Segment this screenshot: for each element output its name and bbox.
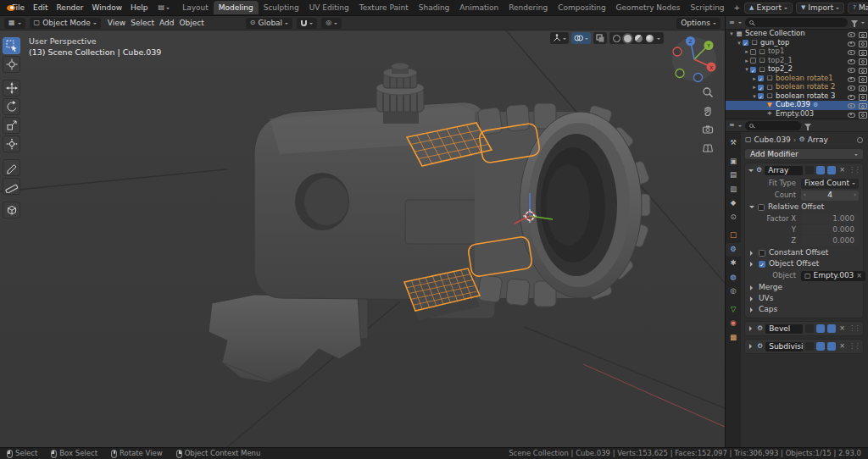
outliner-filter-icon[interactable] xyxy=(851,20,858,25)
outliner-item-gun-top[interactable]: ▾✓▢gun_top xyxy=(726,39,868,48)
viewport-menu-object[interactable]: Object xyxy=(176,19,206,27)
disable-in-render-icon[interactable] xyxy=(858,39,865,47)
add-workspace-button[interactable]: + xyxy=(731,1,744,14)
caps-section[interactable]: Caps xyxy=(745,304,863,315)
properties-tab-scene[interactable]: ◆ xyxy=(726,196,741,211)
axis-y-neg-ball[interactable] xyxy=(676,69,684,78)
hide-in-viewport-icon[interactable] xyxy=(847,57,854,64)
workspace-tab-geometry-nodes[interactable]: Geometry Nodes xyxy=(611,1,686,14)
expand-arrow-icon[interactable] xyxy=(750,307,755,312)
menu-render[interactable]: Render xyxy=(53,2,88,14)
uvs-section[interactable]: UVs xyxy=(745,293,863,304)
outliner-item-boolean-rotate-2[interactable]: ▸✓▢boolean rotate 2 xyxy=(726,83,868,92)
array-modifier-header[interactable]: ⚙ Array × ⋮⋮ xyxy=(745,163,863,177)
tool-rotate[interactable] xyxy=(3,98,20,115)
remove-modifier-icon[interactable]: × xyxy=(838,324,846,332)
merge-section[interactable]: Merge xyxy=(745,282,863,293)
expand-arrow-icon[interactable]: ▸ xyxy=(751,75,758,82)
tool-select-box[interactable] xyxy=(3,37,20,54)
disable-in-render-icon[interactable] xyxy=(858,30,865,38)
drag-handle-icon[interactable]: ⋮⋮ xyxy=(849,324,860,332)
viewport-menu-view[interactable]: View xyxy=(105,19,128,27)
properties-tab-object-data[interactable]: ▽ xyxy=(726,303,741,318)
constant-offset-section[interactable]: Constant Offset xyxy=(745,247,863,258)
properties-tab-output[interactable]: ▤ xyxy=(726,169,741,183)
workspace-tab-animation[interactable]: Animation xyxy=(454,1,504,14)
fit-type-dropdown[interactable]: Fixed Count xyxy=(801,179,859,189)
hide-in-viewport-icon[interactable] xyxy=(847,84,854,91)
properties-tab-view-layer[interactable]: ▥ xyxy=(726,183,741,197)
zoom-icon[interactable] xyxy=(702,86,714,98)
workspace-tab-rendering[interactable]: Rendering xyxy=(504,1,553,14)
editor-menus-icon[interactable]: ▤ xyxy=(159,3,170,11)
navigation-gizmo[interactable]: X Y Z xyxy=(670,36,718,85)
properties-editor-icon[interactable]: ≡ xyxy=(729,121,735,129)
object-offset-section[interactable]: ✓ Object Offset xyxy=(745,258,863,269)
disable-in-render-icon[interactable] xyxy=(858,110,865,118)
turret-knob[interactable] xyxy=(376,64,424,124)
workspace-tab-texture-paint[interactable]: Texture Paint xyxy=(354,1,414,14)
viewport-canvas[interactable] xyxy=(0,30,725,447)
show-overlays-toggle[interactable] xyxy=(571,32,591,44)
tool-measure[interactable] xyxy=(3,178,20,195)
menu-help[interactable]: Help xyxy=(126,2,153,14)
workspace-tab-scripting[interactable]: Scripting xyxy=(686,1,730,14)
modifier-name-field[interactable]: Subdivision xyxy=(765,342,803,351)
disable-in-render-icon[interactable] xyxy=(858,48,865,56)
collapse-arrow-icon[interactable] xyxy=(748,169,754,174)
tool-transform[interactable] xyxy=(3,135,20,152)
relative-offset-section[interactable]: Relative Offset xyxy=(745,202,863,213)
properties-tab-constraints[interactable]: ◎ xyxy=(726,285,741,299)
zoom-ring[interactable] xyxy=(475,103,650,307)
constant-offset-checkbox[interactable] xyxy=(759,250,765,257)
hide-in-viewport-icon[interactable] xyxy=(847,66,854,74)
mode-selector[interactable]: ▢Object Mode xyxy=(30,18,101,29)
editor-type-caret[interactable] xyxy=(738,125,742,129)
tool-scale[interactable] xyxy=(3,117,20,134)
subdivision-modifier-header[interactable]: ⚙ Subdivision × ⋮⋮ xyxy=(745,340,863,353)
outliner-editor-icon[interactable]: ≡ xyxy=(729,19,735,26)
render-display-toggle[interactable] xyxy=(827,166,836,174)
hide-in-viewport-icon[interactable] xyxy=(847,92,854,100)
camera-view-icon[interactable] xyxy=(702,124,714,135)
hide-in-viewport-icon[interactable] xyxy=(847,110,854,118)
xray-toggle[interactable] xyxy=(593,32,607,44)
factor-x-field[interactable]: 1.000 xyxy=(801,213,859,224)
object-offset-checkbox[interactable]: ✓ xyxy=(759,261,765,268)
remove-modifier-icon[interactable]: × xyxy=(838,166,846,174)
breadcrumb-modifier[interactable]: Array xyxy=(808,135,828,144)
workspace-tab-uv-editing[interactable]: UV Editing xyxy=(304,1,354,14)
expand-arrow-icon[interactable]: ▸ xyxy=(751,84,758,91)
wireframe-shading-button[interactable] xyxy=(613,35,620,42)
viewport-menu-select[interactable]: Select xyxy=(128,19,157,27)
remove-modifier-icon[interactable]: × xyxy=(838,342,846,350)
show-gizmo-toggle[interactable] xyxy=(550,32,569,44)
proportional-editing-toggle[interactable]: ◎ xyxy=(321,18,342,29)
outliner-item-boolean-rotate1[interactable]: ▸✓▢boolean rotate1 xyxy=(726,75,868,84)
expand-arrow-icon[interactable] xyxy=(750,285,755,290)
workspace-tab-shading[interactable]: Shading xyxy=(414,1,455,14)
expand-arrow-icon[interactable] xyxy=(749,326,754,331)
collection-exclude-checkbox[interactable]: ✓ xyxy=(758,93,764,99)
edit-mode-display-toggle[interactable] xyxy=(805,166,814,174)
manual-button[interactable]: ?Manual xyxy=(848,3,868,14)
properties-tab-physics[interactable]: ◍ xyxy=(726,271,741,285)
3d-viewport[interactable]: User Perspective (13) Scene Collection |… xyxy=(0,30,725,447)
hide-in-viewport-icon[interactable] xyxy=(847,30,854,38)
collection-exclude-checkbox[interactable]: ✓ xyxy=(743,40,748,46)
realtime-display-toggle[interactable] xyxy=(816,324,825,333)
collapse-arrow-icon[interactable]: ▾ xyxy=(728,30,735,37)
modifier-name-field[interactable]: Array xyxy=(765,166,803,175)
collapse-arrow-icon[interactable]: ▾ xyxy=(743,66,750,73)
rendered-shading-button[interactable] xyxy=(646,35,654,42)
object-offset-target-field[interactable]: ▢ Empty.003 × xyxy=(801,271,865,281)
tool-annotate[interactable] xyxy=(3,159,20,176)
edit-mode-display-toggle[interactable] xyxy=(805,324,814,333)
export-button[interactable]: ▲Export xyxy=(744,3,793,14)
hide-in-viewport-icon[interactable] xyxy=(847,39,854,47)
outliner-item-top2-1[interactable]: ▸▢top2_1 xyxy=(726,57,868,66)
properties-tab-texture[interactable]: ▩ xyxy=(726,331,741,346)
outliner-item-top2-2[interactable]: ▾✓▢top2_2 xyxy=(726,65,868,75)
factor-y-field[interactable]: 0.000 xyxy=(801,224,859,235)
hide-in-viewport-icon[interactable] xyxy=(847,102,854,109)
